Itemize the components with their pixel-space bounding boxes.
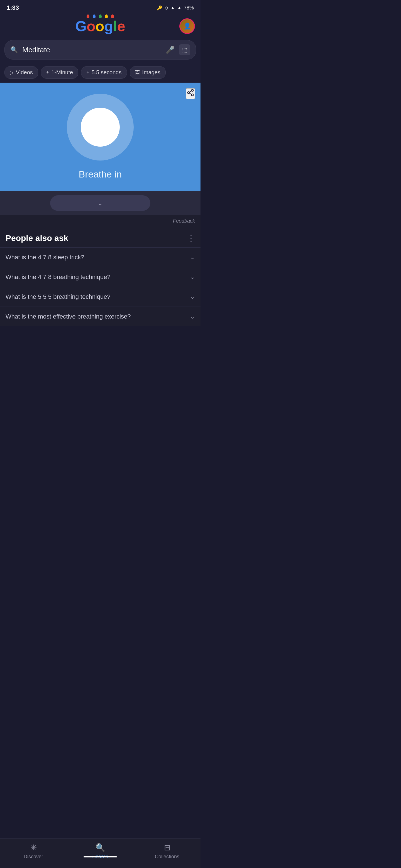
- voice-search-icon[interactable]: 🎤: [166, 45, 175, 54]
- avatar-image: 👤: [180, 19, 194, 33]
- chip-5-5-seconds[interactable]: + 5.5 seconds: [81, 66, 127, 79]
- search-bar-container: 🔍 Meditate 🎤 ⬚: [0, 38, 200, 64]
- key-icon: 🔑: [157, 5, 162, 10]
- chip-1-minute-label: 1-Minute: [51, 69, 73, 76]
- chip-5-5-seconds-label: 5.5 seconds: [92, 69, 122, 76]
- svg-point-2: [192, 94, 194, 96]
- filter-chips: ▷ Videos + 1-Minute + 5.5 seconds 🖼 Imag…: [0, 64, 200, 83]
- faq-item-2[interactable]: What is the 4 7 8 breathing technique? ⌄: [0, 267, 200, 287]
- ornament-4: [105, 14, 108, 18]
- chip-images-label: Images: [142, 69, 161, 76]
- signal-icon: ▲: [177, 5, 181, 10]
- logo-letter-g: g: [104, 19, 113, 33]
- battery-level: 78%: [184, 5, 194, 11]
- svg-point-1: [188, 92, 190, 94]
- more-options-button[interactable]: ⋮: [187, 234, 195, 243]
- lens-icon: ⬚: [182, 46, 188, 53]
- people-also-ask-title: People also ask: [6, 234, 68, 243]
- faq-question-2: What is the 4 7 8 breathing technique?: [6, 274, 190, 281]
- ornament-5: [111, 14, 114, 18]
- logo-letter-G: G: [75, 19, 86, 33]
- chip-1-minute[interactable]: + 1-Minute: [41, 66, 78, 79]
- status-bar: 1:33 🔑 ⊖ ▲ ▲ 78%: [0, 0, 200, 14]
- faq-item-1[interactable]: What is the 4 7 8 sleep trick? ⌄: [0, 247, 200, 267]
- google-logo: G o o g l e: [75, 19, 125, 33]
- breathing-circle-inner: [81, 108, 120, 147]
- svg-line-3: [189, 93, 192, 95]
- plus-chip-icon-1: +: [46, 69, 49, 75]
- faq-question-1: What is the 4 7 8 sleep trick?: [6, 254, 190, 261]
- avatar[interactable]: 👤: [179, 18, 195, 34]
- ornament-3: [99, 14, 102, 18]
- breathing-circle-outer: [67, 94, 134, 160]
- chevron-down-icon: ⌄: [97, 199, 103, 207]
- logo-ornaments: [75, 14, 125, 18]
- header: G o o g l e 👤: [0, 14, 200, 38]
- plus-chip-icon-2: +: [86, 69, 89, 75]
- ornament-2: [93, 14, 95, 18]
- logo-letter-o2: o: [95, 19, 105, 33]
- video-chip-icon: ▷: [10, 69, 13, 76]
- faq-chevron-1: ⌄: [190, 254, 195, 261]
- collapse-button[interactable]: ⌄: [50, 195, 150, 211]
- breathe-instruction: Breathe in: [79, 169, 122, 180]
- faq-question-3: What is the 5 5 5 breathing technique?: [6, 293, 190, 301]
- breathing-widget: Breathe in: [0, 83, 200, 191]
- status-time: 1:33: [7, 4, 19, 11]
- ornament-1: [87, 14, 89, 18]
- feedback-row: Feedback: [0, 215, 200, 227]
- status-icons: 🔑 ⊖ ▲ ▲ 78%: [157, 5, 194, 11]
- faq-chevron-2: ⌄: [190, 274, 195, 281]
- feedback-label[interactable]: Feedback: [173, 218, 195, 224]
- logo-letter-o1: o: [87, 19, 95, 33]
- wifi-icon: ▲: [170, 5, 175, 10]
- people-also-ask-header: People also ask ⋮: [0, 227, 200, 247]
- search-query[interactable]: Meditate: [22, 45, 161, 54]
- faq-question-4: What is the most effective breathing exe…: [6, 313, 190, 320]
- svg-line-4: [189, 91, 192, 92]
- collapse-bar: ⌄: [0, 191, 200, 215]
- search-icon: 🔍: [10, 46, 18, 54]
- faq-item-3[interactable]: What is the 5 5 5 breathing technique? ⌄: [0, 287, 200, 307]
- chip-videos-label: Videos: [16, 69, 33, 76]
- faq-chevron-3: ⌄: [190, 293, 195, 301]
- faq-chevron-4: ⌄: [190, 313, 195, 320]
- logo-letter-e: e: [117, 19, 125, 33]
- faq-list: What is the 4 7 8 sleep trick? ⌄ What is…: [0, 247, 200, 326]
- logo-letter-l: l: [113, 19, 117, 33]
- minus-circle-icon: ⊖: [165, 5, 168, 10]
- faq-item-4[interactable]: What is the most effective breathing exe…: [0, 307, 200, 326]
- svg-point-0: [192, 89, 194, 91]
- chip-images[interactable]: 🖼 Images: [130, 66, 166, 79]
- image-chip-icon: 🖼: [135, 69, 140, 75]
- search-bar[interactable]: 🔍 Meditate 🎤 ⬚: [4, 40, 196, 60]
- chip-videos[interactable]: ▷ Videos: [4, 66, 38, 79]
- lens-search-button[interactable]: ⬚: [179, 44, 190, 55]
- share-button[interactable]: [186, 88, 195, 99]
